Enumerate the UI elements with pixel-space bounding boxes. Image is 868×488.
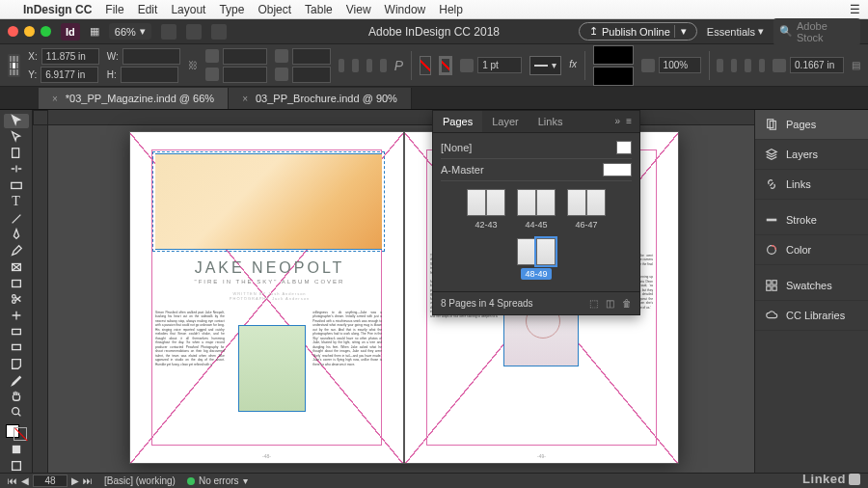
preflight-profile[interactable]: [Basic] (working) xyxy=(104,475,176,486)
gap-tool[interactable] xyxy=(4,162,29,176)
collapse-panel-icon[interactable]: » xyxy=(615,116,621,127)
stroke-swatch[interactable] xyxy=(439,56,452,75)
ruler-origin[interactable] xyxy=(33,110,48,125)
fill-stroke-proxy[interactable] xyxy=(4,424,29,440)
zoom-tool[interactable] xyxy=(4,405,29,420)
control-menu-icon[interactable]: ▤ xyxy=(852,60,860,70)
new-page-icon[interactable]: ◫ xyxy=(606,298,614,309)
apply-color-icon[interactable] xyxy=(4,443,29,457)
eyedropper-tool[interactable] xyxy=(4,372,29,387)
menu-help[interactable]: Help xyxy=(439,3,463,16)
pen-tool[interactable] xyxy=(4,228,29,242)
spread-thumb-42-43[interactable]: 42-43 xyxy=(465,189,507,230)
arrange-icon[interactable] xyxy=(211,24,227,40)
content-collector-tool[interactable] xyxy=(4,178,29,193)
pencil-tool[interactable] xyxy=(4,244,29,258)
panel-tab-pages[interactable]: Pages xyxy=(433,111,482,132)
note-tool[interactable] xyxy=(4,357,29,371)
panel-tab-links[interactable]: Links xyxy=(529,111,573,132)
stock-search-input[interactable]: 🔍Adobe Stock xyxy=(773,18,860,45)
horizontal-ruler[interactable] xyxy=(48,110,754,125)
stroke-style-dropdown[interactable]: ▾ xyxy=(529,56,561,75)
dock-stroke[interactable]: Stroke xyxy=(755,205,868,235)
page-navigator[interactable]: ⏮◀▶⏭ xyxy=(8,474,93,487)
dock-cc-libraries[interactable]: CC Libraries xyxy=(755,301,868,331)
panel-tab-layer[interactable]: Layer xyxy=(482,111,529,132)
byline[interactable]: WRITTEN BY Josh AndersonPHOTOGRAPHY Jack… xyxy=(175,291,365,301)
gradient-feather-tool[interactable] xyxy=(4,340,29,355)
close-tab-icon[interactable]: × xyxy=(242,94,248,104)
article-title[interactable]: JAKE NEOPOLT xyxy=(175,259,365,277)
article-subtitle[interactable]: "FIRE IN THE SKY" ALBUM COVER xyxy=(175,279,365,285)
master-a-row[interactable]: A-Master xyxy=(441,159,632,181)
maximize-window-button[interactable] xyxy=(41,26,51,37)
width-field[interactable] xyxy=(122,48,180,65)
rotate-field[interactable] xyxy=(292,48,331,65)
scale-y-field[interactable] xyxy=(223,67,267,83)
close-tab-icon[interactable]: × xyxy=(52,94,58,104)
constrain-proportions-icon[interactable]: ⛓ xyxy=(188,60,198,70)
stroke-weight-field[interactable] xyxy=(477,57,522,73)
gap-stroke[interactable] xyxy=(593,67,634,86)
scissors-tool[interactable] xyxy=(4,292,29,307)
opacity-field[interactable] xyxy=(659,57,701,73)
inset-field[interactable] xyxy=(790,57,844,73)
dock-color[interactable]: Color xyxy=(755,235,868,265)
workspace-switcher[interactable]: Essentials▾ xyxy=(707,25,764,38)
menu-object[interactable]: Object xyxy=(258,3,291,16)
menu-view[interactable]: View xyxy=(346,3,371,16)
page-left[interactable]: JAKE NEOPOLT "FIRE IN THE SKY" ALBUM COV… xyxy=(129,131,404,464)
document-tab-2[interactable]: ×03_PP_Brochure.indd @ 90% xyxy=(229,88,412,109)
wrap-bbox-icon[interactable] xyxy=(731,59,738,72)
menu-table[interactable]: Table xyxy=(305,3,333,16)
flip-h-icon[interactable] xyxy=(366,59,373,72)
panel-menu-icon[interactable]: ≡ xyxy=(626,116,632,127)
view-options-icon[interactable] xyxy=(161,24,176,40)
y-position-field[interactable] xyxy=(41,67,98,83)
menu-window[interactable]: Window xyxy=(385,3,426,16)
rotate-90cw-icon[interactable] xyxy=(352,59,359,72)
inline-image-frame[interactable] xyxy=(238,325,306,412)
line-tool[interactable] xyxy=(4,211,29,226)
vertical-ruler[interactable] xyxy=(33,110,48,473)
gradient-swatch-tool[interactable] xyxy=(4,324,29,339)
preflight-status[interactable]: No errors▾ xyxy=(187,475,248,486)
selection-tool[interactable] xyxy=(4,114,29,128)
close-window-button[interactable] xyxy=(8,26,18,37)
minimize-window-button[interactable] xyxy=(24,26,35,37)
app-menu[interactable]: InDesign CC xyxy=(23,3,92,16)
dock-layers[interactable]: Layers xyxy=(755,140,868,170)
document-tab-1[interactable]: ×*03_PP_Magazine.indd @ 66% xyxy=(39,88,229,109)
height-field[interactable] xyxy=(121,67,178,83)
menu-file[interactable]: File xyxy=(105,3,123,16)
dock-pages[interactable]: Pages xyxy=(755,110,868,140)
direct-selection-tool[interactable] xyxy=(4,130,29,145)
gap-fill[interactable] xyxy=(593,45,634,65)
wrap-jump-icon[interactable] xyxy=(759,59,766,72)
rectangle-tool[interactable] xyxy=(4,276,29,290)
reference-point-proxy[interactable] xyxy=(8,54,20,77)
scale-x-field[interactable] xyxy=(223,48,267,65)
menu-layout[interactable]: Layout xyxy=(171,3,205,16)
x-position-field[interactable] xyxy=(41,48,99,65)
document-canvas[interactable]: JAKE NEOPOLT "FIRE IN THE SKY" ALBUM COV… xyxy=(33,110,754,473)
zoom-level-dropdown[interactable]: 66%▾ xyxy=(109,23,151,40)
type-tool[interactable]: T xyxy=(4,194,29,209)
view-mode-icon[interactable] xyxy=(4,458,29,473)
dock-swatches[interactable]: Swatches xyxy=(755,271,868,301)
fx-icon[interactable]: fx xyxy=(569,59,577,72)
delete-page-icon[interactable]: 🗑 xyxy=(622,298,632,309)
publish-online-button[interactable]: ↥Publish Online▾ xyxy=(579,22,697,41)
spread-thumb-48-49[interactable]: 48-49 xyxy=(515,238,557,280)
bridge-icon[interactable]: ▦ xyxy=(90,25,99,38)
rectangle-frame-tool[interactable] xyxy=(4,260,29,275)
shear-field[interactable] xyxy=(292,67,331,83)
flip-v-icon[interactable] xyxy=(380,59,387,72)
page-tool[interactable] xyxy=(4,146,29,160)
spread-thumb-46-47[interactable]: 46-47 xyxy=(565,189,608,230)
edit-page-size-icon[interactable]: ⬚ xyxy=(589,298,598,309)
menu-extra-icon[interactable]: ☰ xyxy=(850,3,860,16)
menu-edit[interactable]: Edit xyxy=(138,3,158,16)
spread-thumb-44-45[interactable]: 44-45 xyxy=(515,189,557,230)
screen-mode-icon[interactable] xyxy=(186,24,202,40)
